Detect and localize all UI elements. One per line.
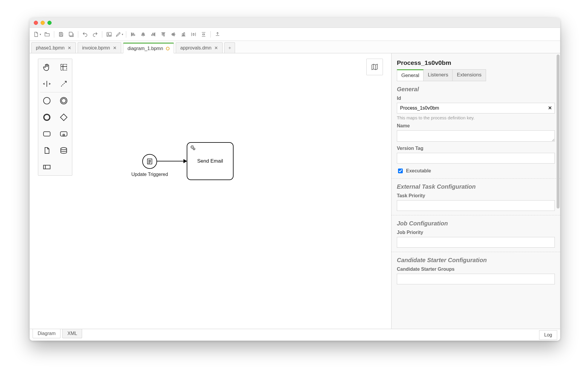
tab-label: phase1.bpmn [36, 45, 65, 51]
gear-icon [190, 145, 196, 153]
app-window: ▾ ▾ [30, 18, 560, 341]
props-tabs: General Listeners Extensions [397, 69, 555, 81]
svg-rect-27 [43, 165, 50, 169]
group-candidate-title: Candidate Starter Configuration [397, 257, 555, 264]
svg-rect-4 [132, 33, 134, 34]
log-toggle-button[interactable]: Log [539, 330, 557, 340]
new-tab-button[interactable]: + [224, 42, 235, 53]
redo-button[interactable] [90, 29, 100, 39]
start-event-tool[interactable] [38, 92, 55, 109]
minimap-toggle[interactable] [366, 59, 383, 75]
window-minimize-button[interactable] [41, 21, 45, 25]
end-event-tool[interactable] [38, 109, 55, 126]
align-right-button[interactable] [148, 29, 158, 39]
tab-label: diagram_1.bpmn [127, 46, 163, 51]
close-icon[interactable]: ✕ [214, 45, 218, 51]
save-all-button[interactable] [66, 29, 76, 39]
start-event-node[interactable]: Update Triggered [142, 154, 170, 177]
svg-rect-17 [203, 34, 205, 35]
titlebar [30, 18, 560, 28]
tab-phase1[interactable]: phase1.bpmn ✕ [31, 42, 76, 53]
job-priority-input[interactable] [397, 237, 555, 248]
data-object-tool[interactable] [38, 142, 55, 159]
lasso-tool[interactable] [55, 59, 72, 76]
svg-rect-16 [193, 33, 194, 35]
gateway-tool[interactable] [55, 109, 72, 126]
task-priority-input[interactable] [397, 200, 555, 211]
tab-approvals[interactable]: approvals.dmn ✕ [176, 42, 223, 53]
open-file-button[interactable] [42, 29, 52, 39]
svg-rect-5 [132, 34, 135, 35]
distribute-v-button[interactable] [199, 29, 209, 39]
close-icon[interactable]: ✕ [68, 45, 71, 51]
footer: Diagram XML Log [30, 329, 560, 341]
svg-point-22 [44, 114, 50, 120]
svg-point-19 [43, 97, 50, 104]
props-title: Process_1s0v0bm [397, 59, 555, 66]
hand-tool[interactable] [38, 59, 55, 76]
plus-icon: + [229, 45, 231, 51]
svg-rect-1 [60, 34, 62, 36]
color-button[interactable]: ▾ [114, 29, 124, 39]
job-priority-label: Job Priority [397, 230, 555, 235]
props-tab-general[interactable]: General [397, 69, 424, 81]
svg-rect-23 [43, 132, 50, 136]
footer-tab-diagram[interactable]: Diagram [33, 329, 60, 338]
space-tool[interactable] [38, 76, 55, 92]
candidate-groups-input[interactable] [397, 274, 555, 284]
name-label: Name [397, 123, 555, 129]
window-close-button[interactable] [34, 21, 38, 25]
deploy-button[interactable] [212, 29, 223, 39]
start-event-label: Update Triggered [129, 172, 170, 177]
align-middle-button[interactable] [168, 29, 178, 39]
task-priority-label: Task Priority [397, 193, 555, 198]
image-export-button[interactable] [104, 29, 114, 39]
connect-tool[interactable] [55, 76, 72, 92]
align-left-button[interactable] [128, 29, 138, 39]
data-store-tool[interactable] [55, 142, 72, 159]
align-center-button[interactable] [138, 29, 148, 39]
svg-rect-0 [60, 32, 62, 33]
new-file-button[interactable]: ▾ [32, 29, 42, 39]
tab-diagram1[interactable]: diagram_1.bpmn [123, 43, 174, 53]
svg-point-21 [61, 99, 66, 103]
tabbar: phase1.bpmn ✕ invoice.bpmn ✕ diagram_1.b… [30, 41, 560, 53]
executable-input[interactable] [398, 169, 403, 173]
sequence-flow[interactable] [157, 161, 187, 161]
footer-tab-xml[interactable]: XML [62, 329, 82, 338]
group-general-title: General [397, 86, 555, 93]
subprocess-tool[interactable] [55, 126, 72, 142]
version-label: Version Tag [397, 146, 555, 151]
undo-button[interactable] [80, 29, 90, 39]
scrollbar-thumb[interactable] [557, 55, 560, 209]
id-input[interactable] [397, 103, 555, 113]
svg-rect-10 [162, 33, 163, 35]
window-zoom-button[interactable] [47, 21, 52, 25]
props-tab-listeners[interactable]: Listeners [424, 69, 453, 81]
svg-rect-9 [151, 34, 154, 35]
intermediate-event-tool[interactable] [55, 92, 72, 109]
save-button[interactable] [56, 29, 66, 39]
tab-invoice[interactable]: invoice.bpmn ✕ [78, 42, 121, 53]
name-input[interactable] [397, 130, 555, 142]
version-input[interactable] [397, 153, 555, 164]
executable-checkbox[interactable]: Executable [397, 168, 555, 174]
service-task-node[interactable]: Send Email [187, 142, 234, 180]
id-label: Id [397, 96, 555, 101]
participant-tool[interactable] [38, 159, 55, 175]
tab-label: approvals.dmn [180, 45, 211, 51]
props-tab-extensions[interactable]: Extensions [453, 69, 486, 81]
svg-rect-8 [153, 33, 155, 34]
align-bottom-button[interactable] [178, 29, 188, 39]
task-tool[interactable] [38, 126, 55, 142]
align-top-button[interactable] [158, 29, 168, 39]
diagram-canvas[interactable]: Update Triggered Send Email Properties P… [30, 53, 391, 329]
svg-rect-15 [184, 33, 185, 36]
candidate-groups-label: Candidate Starter Groups [397, 267, 555, 272]
distribute-h-button[interactable] [188, 29, 199, 39]
properties-panel: Process_1s0v0bm General Listeners Extens… [391, 53, 560, 329]
workspace: Update Triggered Send Email Properties P… [30, 53, 560, 329]
close-icon[interactable]: ✕ [113, 45, 117, 51]
clear-id-button[interactable]: ✕ [548, 105, 552, 111]
svg-rect-25 [63, 134, 64, 136]
